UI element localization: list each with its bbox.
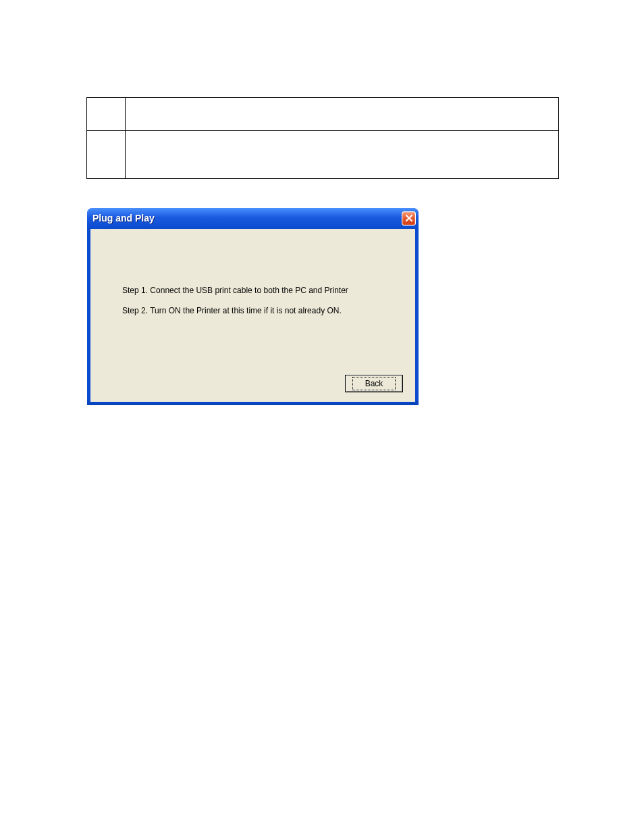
close-button[interactable] xyxy=(402,211,416,226)
table-cell xyxy=(126,98,559,131)
close-icon xyxy=(405,214,413,222)
table-cell xyxy=(87,131,126,179)
back-button[interactable]: Back xyxy=(345,375,403,392)
titlebar[interactable]: Plug and Play xyxy=(87,208,419,228)
table-cell xyxy=(87,98,126,131)
dialog-client-area: Step 1. Connect the USB print cable to b… xyxy=(90,228,416,402)
table-row xyxy=(87,131,559,179)
document-page: Plug and Play Step 1. Connect the USB pr… xyxy=(0,0,644,834)
plug-and-play-dialog: Plug and Play Step 1. Connect the USB pr… xyxy=(87,208,419,405)
table-cell xyxy=(126,131,559,179)
table-row xyxy=(87,98,559,131)
layout-table xyxy=(86,97,559,179)
back-button-label: Back xyxy=(352,377,396,390)
step-1-text: Step 1. Connect the USB print cable to b… xyxy=(122,286,348,295)
dialog-title: Plug and Play xyxy=(92,213,155,224)
step-2-text: Step 2. Turn ON the Printer at this time… xyxy=(122,306,342,315)
